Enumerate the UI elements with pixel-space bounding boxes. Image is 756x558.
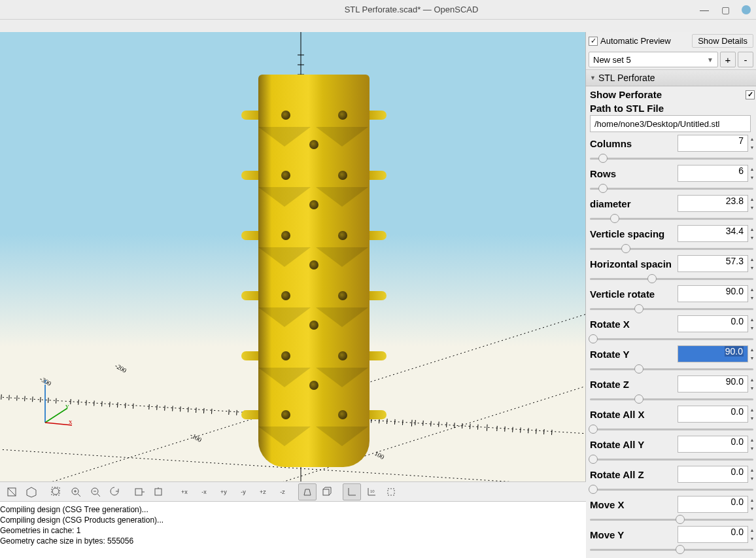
minus-y-icon[interactable]: -y: [234, 483, 252, 500]
top-view-icon[interactable]: [150, 483, 169, 500]
spinner[interactable]: ▲▼: [748, 225, 756, 242]
preview-icon[interactable]: [3, 483, 21, 500]
minus-z-icon[interactable]: -z: [273, 483, 292, 500]
param-value-input[interactable]: 7: [678, 135, 748, 152]
param-slider[interactable]: [590, 183, 753, 194]
spinner[interactable]: ▲▼: [748, 406, 756, 423]
right-view-icon[interactable]: [131, 483, 149, 500]
svg-text:-200: -200: [114, 362, 128, 374]
param-value-input[interactable]: 23.8: [678, 195, 748, 212]
section-header[interactable]: ▼ STL Perforate: [586, 69, 756, 86]
param-slider[interactable]: [590, 364, 753, 374]
preset-selector[interactable]: New set 5 ▼: [589, 52, 718, 67]
spinner[interactable]: ▲▼: [748, 285, 756, 302]
param-label: diameter: [590, 198, 678, 209]
reset-view-icon[interactable]: [106, 483, 124, 500]
svg-line-29: [497, 426, 498, 431]
zoom-all-icon[interactable]: [47, 483, 65, 500]
param-value-input[interactable]: 0.0: [678, 406, 748, 423]
plus-y-icon[interactable]: +y: [215, 483, 233, 500]
param-slider[interactable]: [590, 273, 753, 284]
svg-line-65: [1, 394, 2, 400]
svg-line-37: [229, 410, 230, 415]
spinner[interactable]: ▲▼: [748, 375, 756, 392]
minimize-button[interactable]: —: [700, 5, 709, 14]
spinner[interactable]: ▲▼: [748, 466, 756, 483]
svg-line-69: [33, 396, 33, 402]
svg-line-36: [552, 430, 553, 435]
render-icon[interactable]: [22, 483, 41, 500]
param-value-input[interactable]: 90.0: [678, 285, 748, 302]
auto-preview-checkbox[interactable]: ✓: [589, 37, 598, 46]
param-label: Rotate Y: [590, 349, 678, 360]
svg-line-61: [118, 402, 118, 408]
param-value-input[interactable]: 0.0: [678, 436, 748, 453]
spinner[interactable]: ▲▼: [748, 255, 756, 272]
param-slider[interactable]: [590, 394, 753, 404]
param-slider[interactable]: [590, 454, 753, 464]
svg-point-84: [52, 488, 59, 495]
zoom-in-icon[interactable]: [67, 483, 85, 500]
param-label: Rotate All X: [590, 409, 678, 420]
spinner[interactable]: ▲▼: [748, 165, 756, 182]
param-slider[interactable]: [590, 334, 753, 344]
param-value-input[interactable]: 34.4: [678, 225, 748, 242]
spinner[interactable]: ▲▼: [748, 526, 756, 543]
svg-line-35: [544, 429, 545, 434]
param-slider[interactable]: [590, 484, 753, 495]
stl-path-input[interactable]: [590, 115, 751, 132]
show-axes-icon[interactable]: [343, 483, 361, 500]
spinner[interactable]: ▲▼: [748, 496, 756, 513]
remove-preset-button[interactable]: -: [738, 52, 753, 67]
spinner[interactable]: ▲▼: [748, 315, 756, 332]
param-slider[interactable]: [590, 544, 753, 555]
svg-line-16: [395, 419, 396, 425]
customizer-sidebar: ✓ Automatic Preview Show Details New set…: [586, 32, 756, 558]
orthogonal-icon[interactable]: [318, 483, 336, 500]
svg-line-59: [102, 401, 103, 406]
minus-x-icon[interactable]: -x: [195, 483, 213, 500]
show-details-button[interactable]: Show Details: [692, 34, 753, 48]
console-line: Compiling design (CSG Tree generation)..…: [0, 504, 586, 515]
param-value-input[interactable]: 0.0: [678, 315, 748, 332]
param-slider[interactable]: [590, 243, 753, 254]
spinner[interactable]: ▲▼: [748, 135, 756, 152]
param-slider[interactable]: [590, 424, 753, 434]
svg-line-66: [9, 395, 10, 400]
show-scale-icon[interactable]: 10: [362, 483, 381, 500]
param-value-input[interactable]: 57.3: [678, 255, 748, 272]
param-slider[interactable]: [590, 514, 753, 525]
show-perforate-checkbox[interactable]: ✓: [746, 90, 755, 99]
param-value-input[interactable]: 90.0: [678, 375, 748, 392]
svg-rect-104: [388, 489, 394, 495]
plus-z-icon[interactable]: +z: [254, 483, 272, 500]
svg-line-82: [8, 488, 16, 496]
param-value-input[interactable]: 6: [678, 165, 748, 182]
plus-x-icon[interactable]: +x: [175, 483, 194, 500]
param-value-input[interactable]: 0.0: [678, 496, 748, 513]
param-slider[interactable]: [590, 304, 753, 314]
show-edges-icon[interactable]: [382, 483, 400, 500]
param-value-input[interactable]: 90.0: [678, 345, 748, 362]
preset-name: New set 5: [593, 55, 631, 65]
svg-line-46: [149, 404, 150, 410]
param-slider[interactable]: [590, 153, 753, 164]
param-value-input[interactable]: 0.0: [678, 466, 748, 483]
perspective-icon[interactable]: [298, 483, 317, 500]
add-preset-button[interactable]: +: [720, 52, 736, 67]
param-label: Rotate X: [590, 319, 678, 330]
console-line: Geometry cache size in bytes: 555056: [0, 536, 586, 546]
viewport[interactable]: -300 -200 -100 100 200 zyx: [0, 32, 586, 481]
spinner[interactable]: ▲▼: [748, 195, 756, 212]
param-label: Rotate All Y: [590, 439, 678, 450]
close-button[interactable]: [742, 5, 751, 14]
param-value-input[interactable]: 0.0: [678, 526, 748, 543]
menubar: [0, 20, 756, 32]
svg-line-51: [188, 407, 189, 412]
zoom-out-icon[interactable]: [86, 483, 105, 500]
param-slider[interactable]: [590, 213, 753, 224]
maximize-button[interactable]: ▢: [721, 5, 730, 14]
spinner[interactable]: ▲▼: [748, 345, 756, 362]
svg-line-15: [387, 419, 388, 424]
spinner[interactable]: ▲▼: [748, 436, 756, 453]
